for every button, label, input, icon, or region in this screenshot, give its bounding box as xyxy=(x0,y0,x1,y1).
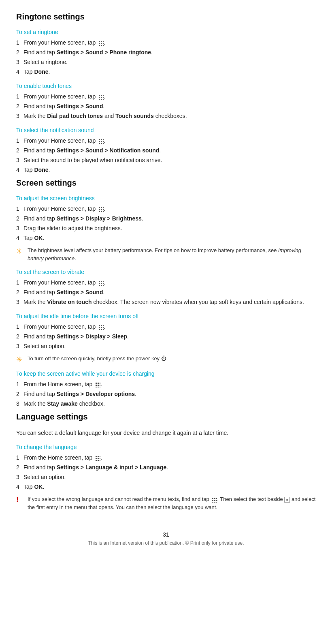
step-number: 1 xyxy=(16,323,23,331)
screen-active-list: 1 From the Home screen, tap . 2 Find and… xyxy=(16,380,316,408)
list-item: 4 Tap OK. xyxy=(16,483,316,491)
step-text: Select a ringtone. xyxy=(23,58,316,66)
grid-icon xyxy=(98,40,104,46)
change-language-heading: To change the language xyxy=(16,444,316,450)
step-text: Find and tap Settings > Language & input… xyxy=(23,463,316,472)
idle-time-heading: To adjust the idle time before the scree… xyxy=(16,313,316,319)
idle-time-list: 1 From your Home screen, tap . 2 Find an… xyxy=(16,323,316,351)
italic-text: Improving battery performance xyxy=(28,247,301,261)
step-text: Drag the slider to adjust the brightness… xyxy=(23,224,316,233)
list-item: 1 From your Home screen, tap . xyxy=(16,137,316,145)
language-intro: You can select a default language for yo… xyxy=(16,429,316,437)
step-text: Find and tap Settings > Sound > Phone ri… xyxy=(23,48,316,57)
step-number: 1 xyxy=(16,454,23,462)
set-ringtone-heading: To set a ringtone xyxy=(16,29,316,35)
page-footer: 31 This is an Internet version of this p… xyxy=(16,527,316,546)
step-number: 2 xyxy=(16,102,23,111)
bold-text: Settings > Language & input > Language xyxy=(57,464,166,471)
step-text: Select an option. xyxy=(23,342,316,351)
warning-text: If you select the wrong language and can… xyxy=(28,495,316,511)
step-number: 1 xyxy=(16,39,23,47)
step-text: From the Home screen, tap . xyxy=(23,380,316,389)
adjust-brightness-heading: To adjust the screen brightness xyxy=(16,195,316,201)
grid-icon xyxy=(98,280,104,286)
step-number: 3 xyxy=(16,156,23,165)
change-language-list: 1 From the Home screen, tap . 2 Find and… xyxy=(16,454,316,491)
tip-text: To turn off the screen quickly, briefly … xyxy=(28,355,168,363)
tip-text: The brightness level affects your batter… xyxy=(28,246,316,262)
step-text: Find and tap Settings > Display > Bright… xyxy=(23,214,316,223)
step-number: 4 xyxy=(16,234,23,242)
list-item: 3 Select an option. xyxy=(16,473,316,481)
list-item: 1 From your Home screen, tap . xyxy=(16,323,316,331)
grid-icon xyxy=(98,94,104,100)
bold-text: Vibrate on touch xyxy=(47,299,92,305)
grid-icon xyxy=(98,206,104,212)
list-item: 2 Find and tap Settings > Sound. xyxy=(16,102,316,111)
step-text: From your Home screen, tap . xyxy=(23,205,316,213)
step-number: 2 xyxy=(16,332,23,341)
bold-text: Stay awake xyxy=(47,400,78,407)
step-number: 3 xyxy=(16,298,23,306)
step-text: From your Home screen, tap . xyxy=(23,39,316,47)
list-item: 4 Tap Done. xyxy=(16,68,316,76)
step-number: 3 xyxy=(16,224,23,233)
step-text: From your Home screen, tap . xyxy=(23,278,316,287)
list-item: 3 Select the sound to be played when not… xyxy=(16,156,316,165)
footer-note: This is an Internet version of this publ… xyxy=(16,540,316,546)
list-item: 2 Find and tap Settings > Display > Brig… xyxy=(16,214,316,223)
list-item: 3 Mark the Dial pad touch tones and Touc… xyxy=(16,112,316,120)
bold-text: Settings > Sound xyxy=(57,289,103,295)
list-item: 2 Find and tap Settings > Display > Slee… xyxy=(16,332,316,341)
list-item: 4 Tap OK. xyxy=(16,234,316,242)
bold-text: Settings > Display > Sleep xyxy=(57,333,127,340)
step-text: Find and tap Settings > Display > Sleep. xyxy=(23,332,316,341)
list-item: 4 Tap Done. xyxy=(16,166,316,174)
bold-text: Settings > Sound > Notification sound xyxy=(57,147,160,154)
step-text: Select the sound to be played when notif… xyxy=(23,156,316,165)
list-item: 1 From the Home screen, tap . xyxy=(16,380,316,389)
screen-settings-section: Screen settings To adjust the screen bri… xyxy=(16,178,316,408)
enable-touch-tones-list: 1 From your Home screen, tap . 2 Find an… xyxy=(16,92,316,120)
grid-icon xyxy=(95,455,100,461)
step-number: 4 xyxy=(16,68,23,76)
step-text: Find and tap Settings > Sound > Notifica… xyxy=(23,146,316,155)
bold-text: Settings > Sound xyxy=(57,103,103,109)
language-settings-section: Language settings You can select a defau… xyxy=(16,412,316,511)
step-number: 1 xyxy=(16,205,23,213)
step-text: Mark the Stay awake checkbox. xyxy=(23,400,316,408)
adjust-brightness-list: 1 From your Home screen, tap . 2 Find an… xyxy=(16,205,316,242)
bold-text: OK xyxy=(34,235,43,241)
bold-text: Settings > Sound > Phone ringtone xyxy=(57,49,151,56)
step-number: 1 xyxy=(16,92,23,101)
step-number: 1 xyxy=(16,380,23,389)
list-item: 2 Find and tap Settings > Sound > Notifi… xyxy=(16,146,316,155)
grid-icon xyxy=(98,138,104,144)
brightness-tip: ✳ The brightness level affects your batt… xyxy=(16,246,316,262)
list-item: 2 Find and tap Settings > Sound > Phone … xyxy=(16,48,316,57)
bold-text: Dial pad touch tones xyxy=(47,113,103,119)
bold-text: OK xyxy=(34,484,43,490)
bold-text: Touch sounds xyxy=(115,113,154,119)
list-item: 3 Mark the Stay awake checkbox. xyxy=(16,400,316,408)
bold-text: Settings > Developer options xyxy=(57,391,135,397)
list-item: 3 Mark the Vibrate on touch checkbox. Th… xyxy=(16,298,316,306)
step-number: 2 xyxy=(16,288,23,297)
tip-icon: ✳ xyxy=(16,247,24,256)
list-item: 1 From your Home screen, tap . xyxy=(16,39,316,47)
set-ringtone-list: 1 From your Home screen, tap . 2 Find an… xyxy=(16,39,316,76)
list-item: 1 From the Home screen, tap . xyxy=(16,454,316,462)
screen-vibrate-heading: To set the screen to vibrate xyxy=(16,269,316,275)
bold-text: Done xyxy=(34,167,48,173)
list-item: 3 Select an option. xyxy=(16,342,316,351)
step-number: 3 xyxy=(16,400,23,408)
bold-text: Settings > Display > Brightness xyxy=(57,215,142,222)
warning-icon: ! xyxy=(16,496,24,504)
grid-icon xyxy=(98,324,104,330)
language-warning: ! If you select the wrong language and c… xyxy=(16,495,316,511)
step-text: From your Home screen, tap . xyxy=(23,137,316,145)
ringtone-settings-section: Ringtone settings To set a ringtone 1 Fr… xyxy=(16,12,316,174)
list-item: 1 From your Home screen, tap . xyxy=(16,92,316,101)
step-number: 4 xyxy=(16,166,23,174)
step-text: Find and tap Settings > Sound. xyxy=(23,288,316,297)
